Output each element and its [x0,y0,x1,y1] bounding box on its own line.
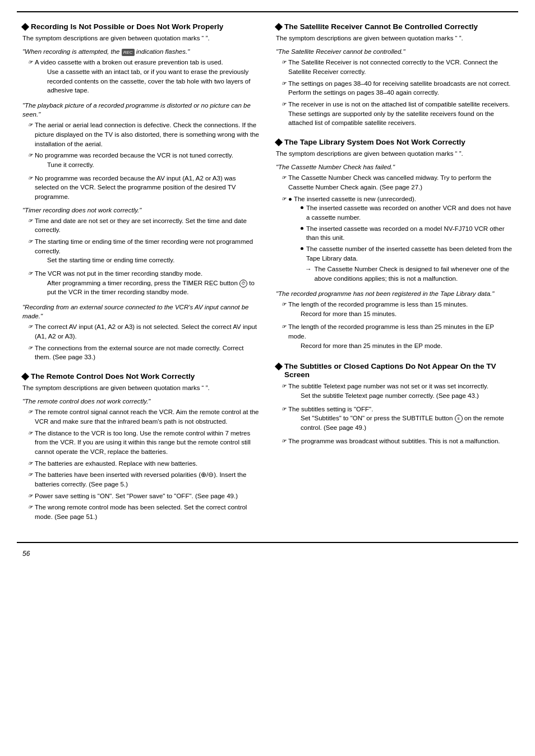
recording-section-intro: The symptom descriptions are given betwe… [22,34,259,43]
note-icon: ☞ [28,409,33,416]
left-column: Recording Is Not Possible or Does Not Wo… [22,22,259,532]
dot-icon [301,206,303,209]
sub-text: Tune it correctly. [35,160,233,170]
note-icon: ☞ [282,438,286,445]
timer-button-icon: ⏱ [239,280,247,287]
symptom-1-title: "When recording is attempted, the REC in… [22,47,259,56]
page-container: Recording Is Not Possible or Does Not Wo… [17,11,518,543]
list-item: ☞ The VCR was not put in the timer recor… [22,269,259,299]
note-icon: ☞ [28,430,33,437]
note-icon: ☞ [28,504,33,511]
sub-text: Use a cassette with an intact tab, or if… [35,67,259,95]
note-icon: ☞ [28,270,33,277]
subtitle-button-icon: s [455,415,463,423]
remote-control-title: The Remote Control Does Not Work Correct… [22,372,259,381]
note-icon: ☞ [28,493,33,500]
list-item: ☞ The wrong remote control mode has been… [22,503,259,521]
tape-library-intro: The symptom descriptions are given betwe… [276,149,513,159]
symptom-2-title: "The playback picture of a recorded prog… [22,101,259,119]
tape-symptom-2-title: "The recorded programme has not been reg… [276,289,513,298]
list-item: ☞ No programme was recorded because the … [22,174,259,202]
sub-text: Record for more than 15 minutes. [288,309,468,319]
recording-section-title: Recording Is Not Possible or Does Not Wo… [22,22,259,31]
list-item: ☞ The aerial or aerial lead connection i… [22,120,259,149]
subtitles-title: The Subtitles or Closed Captions Do Not … [276,362,513,379]
sub-text: Record for more than 25 minutes in the E… [288,341,513,351]
list-item: ☞ The batteries are exhausted. Replace w… [22,459,259,469]
note-icon: ☞ [28,323,33,331]
list-item: ☞ The correct AV input (A1, A2 or A3) is… [22,322,259,341]
tape-bullet-list-1: ☞ The Cassette Number Check was cancelle… [276,173,513,285]
note-icon: ☞ [28,152,33,159]
tape-bullet-list-2: ☞ The length of the recorded programme i… [276,300,513,352]
sub-bullet: The cassette number of the inserted cass… [288,244,513,263]
recording-section: Recording Is Not Possible or Does Not Wo… [22,22,259,362]
list-item: ☞ The length of the recorded programme i… [276,300,513,320]
symptom-3-list: ☞ Time and date are not set or they are … [22,216,259,299]
sub-text: Set the subtitle Teletext page number co… [288,391,488,401]
list-item: ☞ The Cassette Number Check was cancelle… [276,173,513,192]
sub-text: Set "Subtitles" to "ON" or press the SUB… [288,414,513,432]
subtitles-section: The Subtitles or Closed Captions Do Not … [276,362,513,446]
tape-symptom-1-title: "The Cassette Number Check has failed." [276,163,513,171]
list-item: ☞ The receiver in use is not on the atta… [276,100,513,128]
note-icon: ☞ [28,175,33,182]
list-item: ☞ The programme was broadcast without su… [276,437,513,446]
list-item: ☞ The starting time or ending time of th… [22,237,259,267]
note-icon: ☞ [28,59,33,66]
dot-icon [301,227,303,230]
list-item: ☞ The length of the recorded programme i… [276,322,513,352]
note-icon: ☞ [28,471,33,479]
list-item: ☞ The remote control signal cannot reach… [22,407,259,426]
satellite-title: The Satellite Receiver Cannot Be Control… [276,22,513,31]
sub-text: After programming a timer recording, pre… [35,279,259,297]
list-item: ☞ Power save setting is "ON". Set "Power… [22,491,259,501]
remote-bullet-list: ☞ The remote control signal cannot reach… [22,407,259,521]
list-item: ☞ The Satellite Receiver is not connecte… [276,58,513,76]
diamond-icon [275,138,283,146]
note-icon: ☞ [28,217,33,225]
note-icon: ☞ [282,101,286,108]
sub-bullet: The inserted cassette was recorded on a … [288,224,513,243]
note-icon: ☞ [282,80,286,87]
note-icon: ☞ [282,196,286,203]
note-icon: ☞ [282,59,286,66]
diamond-icon [275,363,283,370]
dot-icon [301,247,303,250]
satellite-intro: The symptom descriptions are given betwe… [276,34,513,43]
symptom-4-list: ☞ The correct AV input (A1, A2 or A3) is… [22,322,259,362]
symptom-3-title: "Timer recording does not work correctly… [22,206,259,215]
tape-library-title: The Tape Library System Does Not Work Co… [276,138,513,146]
note-icon: ☞ [282,383,286,390]
list-item: ☞ No programme was recorded because the … [22,151,259,171]
list-item: ☞ A video cassette with a broken out era… [22,58,259,97]
symptom-2-list: ☞ The aerial or aerial lead connection i… [22,120,259,201]
arrow-item: → The Cassette Number Check is designed … [288,265,513,283]
list-item: ☞ The batteries have been inserted with … [22,470,259,489]
note-icon: ☞ [282,406,286,413]
note-icon: ☞ [282,301,286,308]
satellite-section: The Satellite Receiver Cannot Be Control… [276,22,513,128]
satellite-symptom-title: "The Satellite Receiver cannot be contro… [276,47,513,56]
note-icon: ☞ [28,122,33,129]
list-item: ☞ The connections from the external sour… [22,344,259,362]
diamond-icon [275,23,283,31]
remote-intro: The symptom descriptions are given betwe… [22,383,259,393]
note-icon: ☞ [282,174,286,182]
list-item: ☞ ● The inserted cassette is new (unreco… [276,194,513,285]
list-item: ☞ The subtitle Teletext page number was … [276,382,513,402]
satellite-bullet-list: ☞ The Satellite Receiver is not connecte… [276,58,513,128]
note-icon: ☞ [282,323,286,331]
diamond-icon [21,23,29,31]
diamond-icon [21,373,29,381]
list-item: ☞ Time and date are not set or they are … [22,216,259,235]
remote-control-section: The Remote Control Does Not Work Correct… [22,372,259,522]
list-item: ☞ The subtitles setting is "OFF". Set "S… [276,405,513,434]
sub-text: Set the starting time or ending time cor… [35,256,259,265]
note-icon: ☞ [28,345,33,352]
symptom-1-list: ☞ A video cassette with a broken out era… [22,58,259,97]
right-column: The Satellite Receiver Cannot Be Control… [276,22,513,532]
list-item: ☞ The distance to the VCR is too long. U… [22,429,259,457]
note-icon: ☞ [28,460,33,467]
note-icon: ☞ [28,238,33,245]
